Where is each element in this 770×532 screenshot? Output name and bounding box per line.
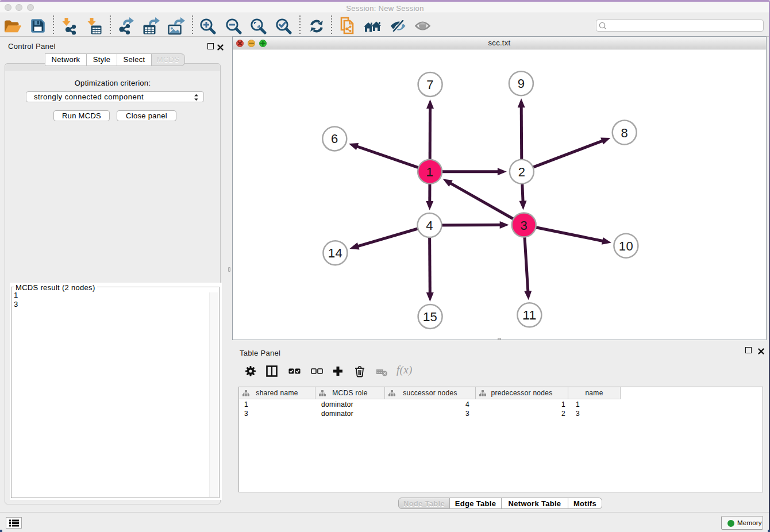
svg-text:4: 4	[426, 218, 433, 233]
svg-text:10: 10	[619, 239, 633, 253]
svg-text:2: 2	[518, 165, 526, 179]
svg-text:f(x): f(x)	[396, 364, 413, 376]
svg-text:7: 7	[426, 78, 434, 92]
svg-text:6: 6	[331, 132, 338, 146]
svg-text:8: 8	[621, 126, 628, 140]
svg-text:11: 11	[523, 308, 536, 322]
svg-text:9: 9	[518, 76, 525, 91]
svg-text:1: 1	[426, 165, 434, 179]
svg-text:3: 3	[520, 218, 528, 233]
svg-text:14: 14	[328, 246, 342, 260]
svg-text:15: 15	[423, 310, 437, 324]
